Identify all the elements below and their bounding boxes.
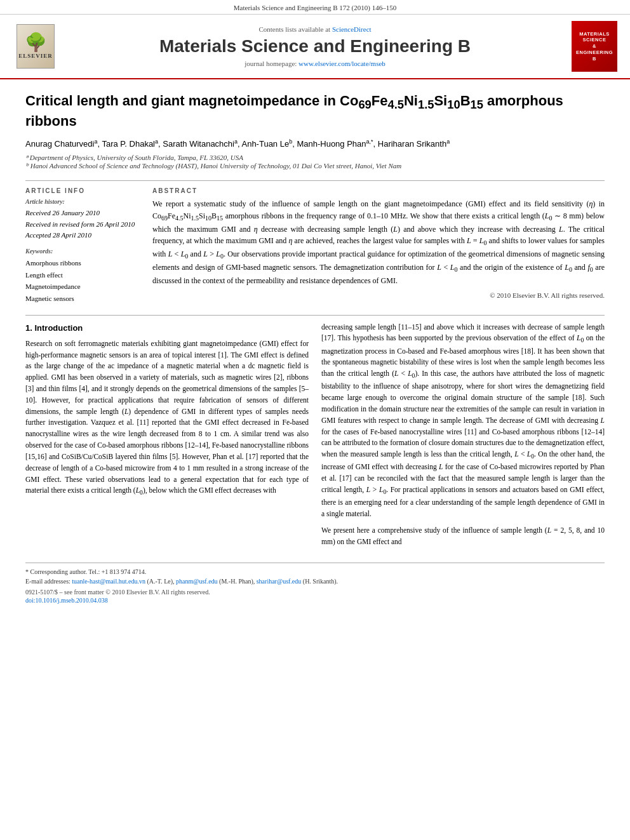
- article-info-col: ARTICLE INFO Article history: Received 2…: [25, 187, 140, 305]
- journal-meta-bar: Materials Science and Engineering B 172 …: [0, 0, 630, 15]
- article-info-label: ARTICLE INFO: [25, 187, 140, 194]
- email-name-3: (H. Srikanth).: [303, 578, 338, 585]
- doi-link[interactable]: doi:10.1016/j.mseb.2010.04.038: [25, 597, 108, 604]
- body-left-col: 1. Introduction Research on soft ferroma…: [25, 322, 309, 553]
- body-columns: 1. Introduction Research on soft ferroma…: [25, 322, 605, 553]
- keyword-1: Amorphous ribbons: [25, 257, 140, 269]
- footer-doi: doi:10.1016/j.mseb.2010.04.038: [25, 597, 605, 604]
- email-link-2[interactable]: phanm@usf.edu: [176, 578, 218, 585]
- homepage-label: journal homepage:: [245, 60, 297, 67]
- copyright-line: © 2010 Elsevier B.V. All rights reserved…: [152, 291, 605, 299]
- intro-paragraph-3: We present here a comprehensive study of…: [321, 525, 605, 548]
- sciencedirect-link[interactable]: ScienceDirect: [332, 25, 372, 33]
- page-container: Materials Science and Engineering B 172 …: [0, 0, 630, 840]
- paper-authors: Anurag Chaturvedia, Tara P. Dhakala, Sar…: [25, 138, 605, 149]
- intro-heading: 1. Introduction: [25, 322, 309, 335]
- journal-title-main: Materials Science and Engineering B: [159, 36, 471, 57]
- elsevier-logo: 🌳 ELSEVIER: [10, 21, 61, 72]
- elsevier-logo-box: 🌳 ELSEVIER: [17, 24, 55, 69]
- received-date: Received 26 January 2010: [25, 208, 140, 219]
- email-link-1[interactable]: tuanle-hast@mail.hut.edu.vn: [72, 578, 145, 585]
- accepted-date: Accepted 28 April 2010: [25, 230, 140, 241]
- footnote-emails: E-mail addresses: tuanle-hast@mail.hut.e…: [25, 577, 605, 586]
- sciencedirect-line: Contents lists available at ScienceDirec…: [258, 25, 371, 33]
- journal-citation: Materials Science and Engineering B 172 …: [234, 4, 396, 11]
- divider-2: [25, 315, 605, 316]
- keywords-label: Keywords:: [25, 248, 140, 255]
- intro-paragraph-2: decreasing sample length [11–15] and abo…: [321, 322, 605, 520]
- section-number: 1.: [25, 323, 32, 333]
- section-title: Introduction: [34, 323, 83, 333]
- keyword-3: Magnetoimpedance: [25, 281, 140, 293]
- elsevier-wordmark: ELSEVIER: [18, 53, 53, 59]
- badge-box: MATERIALSSCIENCE&ENGINEERINGB: [572, 21, 617, 72]
- abstract-col: ABSTRACT We report a systematic study of…: [152, 187, 605, 305]
- keyword-2: Length effect: [25, 269, 140, 281]
- abstract-text: We report a systematic study of the infl…: [152, 198, 605, 286]
- email-label: E-mail addresses:: [25, 578, 70, 585]
- elsevier-tree-icon: 🌳: [25, 34, 47, 51]
- affiliation-a: ᵃ Department of Physics, University of S…: [25, 154, 605, 162]
- paper-title: Critical length and giant magnetoimpedan…: [25, 92, 605, 131]
- journal-badge: MATERIALSSCIENCE&ENGINEERINGB: [569, 21, 620, 72]
- journal-homepage-line: journal homepage: www.elsevier.com/locat…: [245, 60, 385, 67]
- journal-header: 🌳 ELSEVIER Contents lists available at S…: [0, 15, 630, 79]
- footnote-star: * Corresponding author. Tel.: +1 813 974…: [25, 567, 605, 577]
- journal-title-block: Contents lists available at ScienceDirec…: [69, 21, 561, 72]
- contents-available-text: Contents lists available at: [258, 25, 330, 33]
- article-info-abstract: ARTICLE INFO Article history: Received 2…: [25, 187, 605, 305]
- intro-paragraph-1: Research on soft ferromagnetic materials…: [25, 338, 309, 498]
- body-right-col: decreasing sample length [11–15] and abo…: [321, 322, 605, 553]
- corresponding-author-note: * Corresponding author. Tel.: +1 813 974…: [25, 568, 146, 575]
- divider: [25, 180, 605, 181]
- paper-footer: * Corresponding author. Tel.: +1 813 974…: [25, 563, 605, 604]
- footer-issn: 0921-5107/$ – see front matter © 2010 El…: [25, 589, 605, 596]
- history-label: Article history:: [25, 198, 140, 205]
- email-name-1: (A.-T. Le),: [147, 578, 174, 585]
- journal-homepage-url[interactable]: www.elsevier.com/locate/mseb: [298, 60, 385, 67]
- received-revised-date: Received in revised form 26 April 2010: [25, 219, 140, 230]
- paper-content: Critical length and giant magnetoimpedan…: [0, 79, 630, 617]
- affiliation-b: ᵇ Hanoi Advanced School of Science and T…: [25, 162, 605, 170]
- keywords-list: Amorphous ribbons Length effect Magnetoi…: [25, 257, 140, 305]
- paper-affiliations: ᵃ Department of Physics, University of S…: [25, 154, 605, 170]
- badge-text: MATERIALSSCIENCE&ENGINEERINGB: [576, 31, 613, 62]
- email-name-2: (M.-H. Phan),: [219, 578, 255, 585]
- email-link-3[interactable]: sharihar@usf.edu: [257, 578, 302, 585]
- history-dates: Received 26 January 2010 Received in rev…: [25, 208, 140, 241]
- keyword-4: Magnetic sensors: [25, 293, 140, 305]
- abstract-label: ABSTRACT: [152, 187, 605, 194]
